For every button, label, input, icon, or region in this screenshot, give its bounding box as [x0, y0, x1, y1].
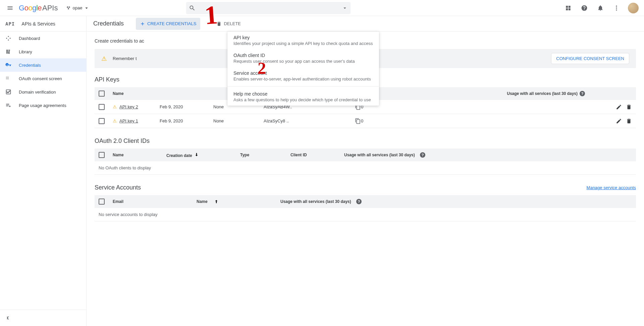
- key-icon: [5, 62, 11, 68]
- dropdown-arrow-icon[interactable]: [342, 5, 348, 11]
- consent-icon: [5, 75, 11, 82]
- sidebar-item-label: OAuth consent screen: [19, 76, 62, 81]
- dropdown-arrow-icon: [84, 5, 90, 11]
- sidebar-item-label: Page usage agreements: [19, 103, 66, 108]
- copy-icon[interactable]: [355, 118, 361, 124]
- warning-icon: ⚠: [113, 118, 117, 123]
- project-selector[interactable]: opae: [66, 5, 90, 11]
- col-type-header[interactable]: Type: [240, 153, 290, 157]
- warning-icon: ⚠: [113, 104, 117, 109]
- col-usage-header[interactable]: Usage with all services (last 30 days) ?: [280, 199, 632, 204]
- search-bar[interactable]: [186, 2, 351, 14]
- hamburger-menu-button[interactable]: [3, 1, 17, 15]
- help-tooltip-icon[interactable]: ?: [420, 152, 425, 158]
- warning-icon: ⚠: [101, 55, 107, 62]
- apis-label: APIs: [42, 4, 58, 12]
- topbar: Google APIs opae: [0, 0, 644, 16]
- col-usage-header[interactable]: Usage with all services (last 30 days) ?: [344, 152, 632, 158]
- api-key-date: Feb 9, 2020: [160, 118, 213, 123]
- create-credentials-button[interactable]: CREATE CREDENTIALS: [136, 18, 200, 30]
- row-checkbox[interactable]: [99, 118, 105, 124]
- dropdown-item-title: OAuth client ID: [233, 53, 373, 58]
- plus-icon: [140, 21, 145, 26]
- create-credentials-dropdown: API key Identifies your project using a …: [227, 32, 379, 106]
- dashboard-icon: [5, 35, 11, 41]
- col-clientid-header[interactable]: Client ID: [290, 153, 344, 157]
- configure-consent-screen-button[interactable]: CONFIGURE CONSENT SCREEN: [551, 53, 629, 64]
- help-tooltip-icon[interactable]: ?: [580, 91, 585, 96]
- select-all-checkbox[interactable]: [99, 152, 105, 158]
- chevron-left-icon: [5, 315, 11, 321]
- gift-icon: [565, 5, 572, 11]
- delete-icon[interactable]: [626, 104, 632, 110]
- sidebar-footer: [0, 310, 86, 326]
- row-checkbox[interactable]: [99, 104, 105, 110]
- select-all-checkbox[interactable]: [99, 199, 105, 205]
- dropdown-item-title: API key: [233, 35, 373, 40]
- dropdown-item-service-account[interactable]: Service account Enables server-to-server…: [227, 67, 379, 85]
- user-avatar[interactable]: [628, 3, 639, 13]
- dropdown-item-help-me-choose[interactable]: Help me choose Asks a few questions to h…: [227, 88, 379, 106]
- collapse-sidebar-button[interactable]: [3, 313, 13, 323]
- col-name-header[interactable]: Name: [197, 199, 280, 204]
- sidebar-item-dashboard[interactable]: Dashboard: [0, 32, 86, 45]
- google-apis-logo[interactable]: Google APIs: [19, 4, 58, 12]
- api-key-restrictions: None: [213, 118, 264, 123]
- topbar-right: [561, 1, 641, 15]
- delete-icon[interactable]: [626, 118, 632, 124]
- search-input[interactable]: [200, 5, 342, 11]
- trash-icon: [216, 21, 222, 26]
- dropdown-item-title: Service account: [233, 70, 373, 76]
- svg-point-3: [616, 5, 617, 6]
- svg-point-2: [68, 8, 69, 9]
- sidebar-title[interactable]: API APIs & Services: [0, 16, 86, 32]
- sidebar-item-oauth-consent[interactable]: OAuth consent screen: [0, 72, 86, 85]
- dropdown-item-oauth-client-id[interactable]: OAuth client ID Requests user consent so…: [227, 49, 379, 67]
- oauth-empty-row: No OAuth clients to display: [95, 161, 636, 175]
- dropdown-separator: [227, 86, 379, 87]
- edit-icon[interactable]: [616, 118, 622, 124]
- col-date-header[interactable]: Creation date: [166, 152, 240, 158]
- select-all-checkbox[interactable]: [99, 91, 105, 97]
- manage-service-accounts-link[interactable]: Manage service accounts: [587, 185, 636, 190]
- api-key-row: ⚠API key 1 Feb 9, 2020 None AIzaSyCy8 ..…: [95, 114, 636, 128]
- sidebar-item-library[interactable]: Library: [0, 45, 86, 58]
- help-tooltip-icon[interactable]: ?: [356, 199, 362, 204]
- search-icon: [189, 5, 196, 11]
- sidebar-item-label: Dashboard: [19, 36, 40, 41]
- dropdown-item-api-key[interactable]: API key Identifies your project using a …: [227, 32, 379, 49]
- menu-icon: [7, 5, 13, 11]
- delete-label: DELETE: [224, 21, 241, 26]
- svg-rect-10: [6, 50, 7, 54]
- sidebar-item-label: Library: [19, 49, 32, 54]
- library-icon: [5, 49, 11, 55]
- dropdown-item-desc: Enables server-to-server, app-level auth…: [233, 76, 373, 82]
- sidebar-item-page-usage[interactable]: Page usage agreements: [0, 99, 86, 112]
- service-accounts-title: Service Accounts: [95, 184, 141, 191]
- col-usage-header[interactable]: Usage with all services (last 30 days) ?: [507, 91, 632, 96]
- api-key-name-link[interactable]: API key 2: [119, 104, 138, 109]
- api-key-value: AIzaSyCy8 ..: [264, 118, 289, 123]
- api-logo-icon: API: [5, 21, 15, 26]
- edit-icon[interactable]: [616, 104, 622, 110]
- svg-point-9: [8, 40, 9, 41]
- help-button[interactable]: [577, 1, 592, 15]
- svg-rect-11: [8, 50, 8, 54]
- notifications-button[interactable]: [593, 1, 608, 15]
- svg-point-1: [69, 6, 70, 8]
- col-name-header[interactable]: Name: [113, 91, 160, 96]
- api-key-name-link[interactable]: API key 1: [119, 118, 138, 123]
- more-button[interactable]: [609, 1, 624, 15]
- col-name-header[interactable]: Name: [113, 153, 166, 157]
- sidebar-item-domain-verification[interactable]: Domain verification: [0, 85, 86, 99]
- delete-button[interactable]: DELETE: [212, 18, 245, 30]
- col-email-header[interactable]: Email: [113, 199, 197, 204]
- gift-button[interactable]: [561, 1, 576, 15]
- svg-point-0: [67, 6, 68, 8]
- bell-icon: [597, 5, 604, 11]
- create-credentials-label: CREATE CREDENTIALS: [147, 21, 196, 26]
- svg-point-5: [616, 9, 617, 10]
- sidebar-item-credentials[interactable]: Credentials: [0, 58, 86, 72]
- project-name: opae: [72, 5, 82, 10]
- google-wordmark: Google: [19, 4, 42, 12]
